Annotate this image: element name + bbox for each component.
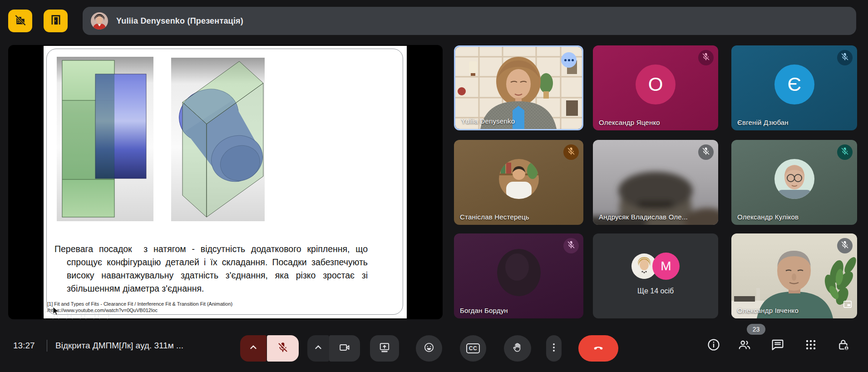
building-shortcut-button[interactable] xyxy=(8,10,32,32)
participant-name: Олександр Яценко xyxy=(599,119,660,126)
interference-fit-2d-figure xyxy=(57,215,153,223)
mic-off-icon xyxy=(567,240,576,251)
top-bar: Yuliia Denysenko (Презентація) xyxy=(0,0,868,41)
end-call-button[interactable] xyxy=(578,335,618,362)
closed-captions-icon: CC xyxy=(466,343,480,353)
ghost-player-control xyxy=(98,310,109,319)
shared-screen-tile[interactable]: Перевага посадок з натягом - відсутність… xyxy=(8,45,443,319)
divider xyxy=(47,340,47,352)
mouse-cursor xyxy=(53,307,59,317)
participant-tile-yuliia-denysenko[interactable]: Yuliia Denysenko xyxy=(454,45,583,130)
info-icon xyxy=(706,346,721,353)
photo-avatar xyxy=(499,159,539,199)
mic-off-icon xyxy=(277,342,289,355)
clock: 13:27 xyxy=(13,341,35,351)
reactions-button[interactable] xyxy=(416,335,442,362)
participant-tile-yevhenii-dziuban[interactable]: Є Євгеній Дзюбан xyxy=(731,45,857,130)
presentation-slide: Перевага посадок з натягом - відсутність… xyxy=(44,46,407,318)
mic-options-chevron-button[interactable] xyxy=(240,335,266,362)
figure-3d-backdrop xyxy=(171,58,265,221)
mic-muted-badge xyxy=(563,238,579,253)
figure-2d-backdrop xyxy=(57,57,153,221)
activities-button[interactable] xyxy=(804,337,818,354)
mic-off-icon xyxy=(701,52,710,63)
participant-tile-stanislav-nesterets[interactable]: Станіслав Нестерець xyxy=(454,140,583,225)
ghost-player-control xyxy=(84,310,95,319)
participant-name: Олександр Івченко xyxy=(737,307,799,314)
mic-muted-badge xyxy=(698,144,714,160)
participant-name: Андрусяк Владислав Оле... xyxy=(599,213,688,221)
ghost-player-control xyxy=(71,310,82,319)
show-participants-button[interactable] xyxy=(737,337,752,354)
mic-muted-badge xyxy=(698,50,714,65)
avatar-initial: О xyxy=(648,74,663,95)
participant-name: Станіслав Нестерець xyxy=(460,213,529,221)
mic-off-icon xyxy=(840,240,849,251)
lock-person-icon xyxy=(836,346,851,353)
slide-footnote-title: [1] Fit and Types of Fits - Clearance Fi… xyxy=(47,301,301,307)
microphone-toggle-button[interactable] xyxy=(267,335,299,362)
mic-off-icon xyxy=(701,147,710,158)
presenter-avatar xyxy=(91,12,108,30)
meeting-title: Відкрита ДМПМ[Лк] ауд. 311м ... xyxy=(55,341,183,351)
apps-grid-icon xyxy=(804,346,818,353)
presenter-label: Yuliia Denysenko (Презентація) xyxy=(116,16,243,26)
chat-button[interactable] xyxy=(770,337,785,354)
photo-avatar-dark xyxy=(497,249,541,296)
participant-count-badge: 23 xyxy=(747,324,765,335)
participant-name: Yuliia Denysenko xyxy=(461,117,515,125)
participant-tile-andrusiak-vladyslav[interactable]: Андрусяк Владислав Оле... xyxy=(593,140,718,225)
participant-tile-oleksandr-kulikov[interactable]: Олександр Куліков xyxy=(731,140,857,225)
participant-tile-oleksandr-yatsenko[interactable]: О Олександр Яценко xyxy=(593,45,718,130)
people-icon xyxy=(737,346,752,353)
emoji-smile-icon xyxy=(423,342,435,355)
end-call-icon xyxy=(592,342,604,355)
present-screen-button[interactable] xyxy=(370,335,399,362)
mic-muted-badge xyxy=(837,144,853,160)
tile-options-menu-button[interactable] xyxy=(561,52,577,68)
camera-options-chevron-button[interactable] xyxy=(307,335,329,362)
raise-hand-button[interactable] xyxy=(504,335,531,362)
participant-tile-overflow[interactable]: M Ще 14 осіб xyxy=(593,233,718,318)
host-controls-button[interactable] xyxy=(836,337,851,354)
mic-muted-badge xyxy=(837,50,853,65)
avatar-initial: Є xyxy=(787,74,801,95)
meeting-details-button[interactable] xyxy=(706,337,721,354)
participant-name: Олександр Куліков xyxy=(737,213,799,221)
overflow-count-label: Ще 14 осіб xyxy=(593,287,718,295)
present-screen-icon xyxy=(379,342,390,355)
more-options-button[interactable] xyxy=(546,335,562,362)
mic-muted-badge xyxy=(563,144,579,160)
door-shortcut-button[interactable] xyxy=(44,10,68,32)
interference-fit-3d-figure xyxy=(171,215,265,223)
meet-app-window: Yuliia Denysenko (Презентація) xyxy=(0,0,868,372)
mic-off-icon xyxy=(567,147,576,158)
overflow-initial-avatar: M xyxy=(652,253,680,280)
door-icon xyxy=(49,13,63,29)
more-vert-icon xyxy=(548,342,560,355)
captions-button[interactable]: CC xyxy=(460,335,486,362)
building-slash-icon xyxy=(14,13,27,29)
participant-tile-bohdan-bordun[interactable]: Богдан Бордун xyxy=(454,233,583,318)
presenter-pill[interactable]: Yuliia Denysenko (Презентація) xyxy=(83,7,856,35)
mic-off-icon xyxy=(840,52,849,63)
camera-toggle-button[interactable] xyxy=(329,335,360,362)
mic-muted-badge xyxy=(837,238,853,253)
avatar-initial: M xyxy=(661,259,671,273)
camera-icon xyxy=(339,342,350,355)
overflow-avatar-group: M xyxy=(631,253,680,280)
picture-in-picture-icon[interactable] xyxy=(843,299,853,311)
slide-body-text: Перевага посадок з натягом - відсутність… xyxy=(54,243,368,295)
chevron-up-icon xyxy=(247,342,259,355)
chat-icon xyxy=(770,346,785,353)
raise-hand-icon xyxy=(512,342,523,355)
photo-avatar xyxy=(774,159,814,199)
participant-name: Євгеній Дзюбан xyxy=(737,119,789,126)
mic-off-icon xyxy=(840,147,849,158)
initial-avatar: Є xyxy=(774,64,814,104)
initial-avatar: О xyxy=(636,64,676,104)
chevron-up-icon xyxy=(312,342,324,355)
participant-tile-oleksandr-ivchenko[interactable]: Олександр Івченко xyxy=(731,233,857,318)
participant-name: Богдан Бордун xyxy=(460,307,508,314)
